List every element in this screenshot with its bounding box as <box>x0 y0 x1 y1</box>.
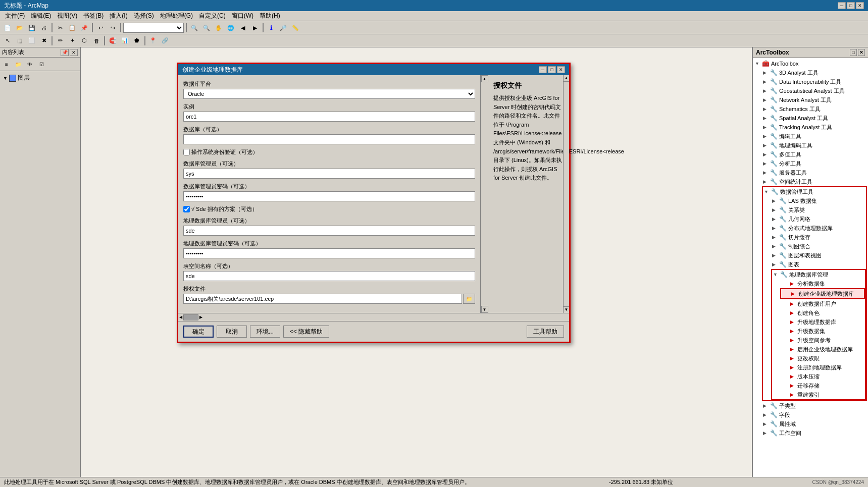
toc-list-by-drawing[interactable]: ≡ <box>1 59 12 70</box>
tree-item-schematics[interactable]: ▶ 🔧 Schematics 工具 <box>762 104 867 114</box>
toc-list-by-visibility[interactable]: 👁 <box>24 59 35 70</box>
tree-item-data-interop[interactable]: ▶ 🔧 Data Interoperability 工具 <box>762 77 867 86</box>
edit-point[interactable]: ✦ <box>67 35 78 46</box>
arctoolbox-new-window[interactable]: □ <box>850 49 857 56</box>
tree-item-network[interactable]: ▶ 🔧 几何网络 <box>771 214 866 224</box>
menu-select[interactable]: 选择(S) <box>131 11 157 21</box>
sketch-tool[interactable]: ⬡ <box>79 35 90 46</box>
tree-item-analysis[interactable]: ▶ 🔧 分析工具 <box>762 159 867 168</box>
zoom-out-btn[interactable]: 🔍 <box>201 22 212 33</box>
cancel-button[interactable]: 取消 <box>217 326 247 338</box>
tree-item-register-gdb[interactable]: ▶ 注册到地理数据库 <box>780 363 865 372</box>
menu-help[interactable]: 帮助(H) <box>257 11 283 21</box>
menu-window[interactable]: 窗口(W) <box>229 11 257 21</box>
geodata-admin-input[interactable] <box>183 226 475 236</box>
tool-help-button[interactable]: 工具帮助 <box>527 326 564 338</box>
spatial-join-btn[interactable]: 🔗 <box>160 35 171 46</box>
hscroll-right[interactable]: ▶ <box>199 315 202 319</box>
cut-btn[interactable]: ✂ <box>55 22 66 33</box>
tree-item-change-privileges[interactable]: ▶ 更改权限 <box>780 354 865 363</box>
tree-item-spatial-stats[interactable]: ▶ 🔧 空间统计工具 <box>762 177 867 186</box>
tree-item-analyze-data[interactable]: ▶ 分析数据集 <box>780 279 865 288</box>
tree-item-mosaic[interactable]: ▶ 🔧 制图综合 <box>771 242 866 251</box>
select-tool[interactable]: ↖ <box>2 35 13 46</box>
tree-item-domains[interactable]: ▶ 🔧 属性域 <box>762 419 867 428</box>
redo-btn[interactable]: ↪ <box>107 22 118 33</box>
tree-item-subtypes[interactable]: ▶ 🔧 子类型 <box>762 401 867 410</box>
full-extent-btn[interactable]: 🌐 <box>225 22 236 33</box>
select-by-rect[interactable]: ⬜ <box>26 35 37 46</box>
geodata-admin-pwd-input[interactable] <box>183 248 475 258</box>
snap-btn[interactable]: 🧲 <box>107 35 118 46</box>
delete-feature[interactable]: 🗑 <box>91 35 102 46</box>
tree-item-tiles[interactable]: ▶ 🔧 切片缓存 <box>771 233 866 242</box>
hide-help-button[interactable]: << 隐藏帮助 <box>283 326 329 338</box>
hscroll-thumb[interactable] <box>183 314 198 320</box>
toc-pin[interactable]: 📌 <box>61 49 69 56</box>
tree-item-upgrade-spatial-ref[interactable]: ▶ 升级空间参考 <box>780 336 865 345</box>
tree-item-topologies[interactable]: ▶ 🔧 关系类 <box>771 205 866 214</box>
map-area[interactable]: 创建企业级地理数据库 ─ □ ✕ 数据库平台 <box>81 47 752 477</box>
tree-item-create-enterprise-gdb[interactable]: ▶ 创建企业级地理数据库 <box>781 289 864 298</box>
print-btn[interactable]: 🖨 <box>38 22 49 33</box>
save-btn[interactable]: 💾 <box>26 22 37 33</box>
tree-item-geodatabase-mgmt[interactable]: ▼ 🔧 地理数据库管理 <box>772 270 865 279</box>
open-btn[interactable]: 📂 <box>14 22 25 33</box>
editor-btn[interactable]: ✏ <box>55 35 66 46</box>
find-btn[interactable]: 🔎 <box>278 22 289 33</box>
menu-insert[interactable]: 插入(I) <box>107 11 130 21</box>
right-scroll-down[interactable]: ▼ <box>564 306 569 313</box>
tree-item-geocoding[interactable]: ▶ 🔧 地理编码工具 <box>762 141 867 150</box>
license-browse-btn[interactable]: 📁 <box>463 294 475 304</box>
scroll-down-btn[interactable]: ▼ <box>481 306 488 313</box>
tree-item-distributed-db[interactable]: ▶ 🔧 分布式地理数据库 <box>771 224 866 233</box>
env-button[interactable]: 环境... <box>250 326 280 338</box>
tree-item-3d-analyst[interactable]: ▶ 🔧 3D Analyst 工具 <box>762 68 867 77</box>
tree-item-arctoolbox-root[interactable]: ▼ 🧰 ArcToolbox <box>754 59 867 68</box>
database-input[interactable] <box>183 134 475 144</box>
tree-item-fields[interactable]: ▶ 🔧 字段 <box>762 410 867 419</box>
scale-combo[interactable] <box>123 23 184 33</box>
os-auth-checkbox[interactable] <box>183 149 190 155</box>
menu-customize[interactable]: 自定义(C) <box>196 11 229 21</box>
copy-btn[interactable]: 📋 <box>67 22 78 33</box>
menu-geoprocessing[interactable]: 地理处理(G) <box>157 11 196 21</box>
pan-btn[interactable]: ✋ <box>213 22 224 33</box>
toc-close[interactable]: ✕ <box>70 49 78 56</box>
tree-item-multipatch[interactable]: ▶ 🔧 多值工具 <box>762 150 867 159</box>
new-btn[interactable]: 📄 <box>2 22 13 33</box>
tree-item-las-dataset[interactable]: ▶ 🔧 LAS 数据集 <box>771 196 866 205</box>
toc-list-by-selection[interactable]: ☑ <box>36 59 47 70</box>
ok-button[interactable]: 确定 <box>183 326 214 338</box>
tree-item-data-mgmt[interactable]: ▼ 🔧 数据管理工具 <box>763 187 866 196</box>
tree-item-map-cache[interactable]: ▶ 🔧 图层和表视图 <box>771 251 866 260</box>
instance-input[interactable] <box>183 112 475 122</box>
menu-file[interactable]: 文件(F) <box>2 11 28 21</box>
edit-vertices[interactable]: ⬟ <box>131 35 142 46</box>
tree-item-spatial-analyst[interactable]: ▶ 🔧 Spatial Analyst 工具 <box>762 114 867 123</box>
tablespace-input[interactable] <box>183 271 475 281</box>
os-auth-label[interactable]: 操作系统身份验证（可选） <box>183 148 475 156</box>
tree-item-create-db-user[interactable]: ▶ 创建数据库用户 <box>780 299 865 308</box>
prev-extent-btn[interactable]: ◀ <box>237 22 248 33</box>
dialog-close[interactable]: ✕ <box>557 66 565 73</box>
measure-btn[interactable]: 📏 <box>290 22 301 33</box>
select-features[interactable]: ⬚ <box>14 35 25 46</box>
tree-item-rebuild-index[interactable]: ▶ 重建索引 <box>780 390 865 399</box>
minimize-button[interactable]: ─ <box>838 2 846 9</box>
tree-item-create-role[interactable]: ▶ 创建角色 <box>780 308 865 317</box>
clear-sel[interactable]: ✖ <box>38 35 49 46</box>
db-admin-pwd-input[interactable] <box>183 191 475 201</box>
tree-item-server-tools[interactable]: ▶ 🔧 服务器工具 <box>762 168 867 177</box>
tree-item-workspace[interactable]: ▶ 🔧 工作空间 <box>762 428 867 438</box>
sde-schema-checkbox[interactable] <box>183 206 190 212</box>
menu-view[interactable]: 视图(V) <box>54 11 80 21</box>
right-scroll-up[interactable]: ▲ <box>564 75 569 82</box>
tree-item-tables[interactable]: ▶ 🔧 图表 <box>771 260 866 269</box>
tree-item-compress[interactable]: ▶ 版本压缩 <box>780 372 865 381</box>
tree-item-upgrade-gdb[interactable]: ▶ 升级地理数据库 <box>780 317 865 327</box>
tree-item-edit-tools[interactable]: ▶ 🔧 编辑工具 <box>762 132 867 141</box>
tree-item-upgrade-dataset[interactable]: ▶ 升级数据集 <box>780 327 865 336</box>
toc-list-by-source[interactable]: 📁 <box>13 59 24 70</box>
close-button[interactable]: ✕ <box>856 2 864 9</box>
